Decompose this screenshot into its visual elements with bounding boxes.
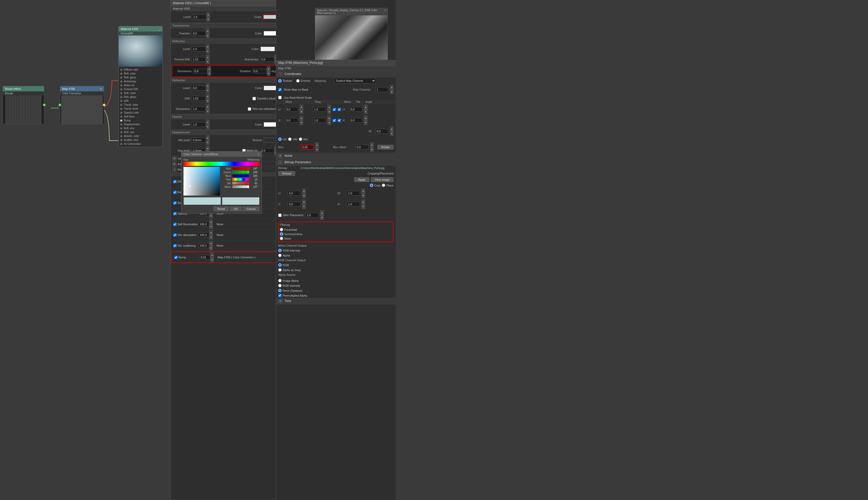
u-offset-input[interactable] — [285, 107, 298, 112]
connector-anisotropy[interactable]: Anisotropy — [119, 79, 162, 83]
wc-spin-down[interactable]: ▼ — [361, 193, 365, 198]
bump-spin-down[interactable]: ▼ — [210, 257, 214, 262]
vo-spin-up[interactable]: ▲ — [300, 116, 303, 120]
refr-level-input[interactable] — [192, 86, 206, 90]
u-tile-check[interactable] — [338, 108, 341, 111]
gloss-spin-down[interactable]: ▼ — [207, 71, 211, 76]
vt-spin-down[interactable]: ▼ — [327, 120, 331, 125]
none-opaque-label[interactable]: None (Opaque) — [278, 289, 302, 292]
refl-level-input[interactable] — [192, 47, 206, 51]
v-tiling-input[interactable] — [313, 118, 326, 123]
fresnel-spin-down[interactable]: ▼ — [206, 59, 209, 64]
crop-radio-label[interactable]: Crop — [370, 184, 381, 187]
refr-level-spin-down[interactable]: ▼ — [206, 88, 209, 93]
texture-radio-label[interactable]: Texture — [278, 79, 292, 82]
diffuse-color-swatch[interactable] — [263, 14, 277, 19]
jitter-check-label[interactable]: Jitter Placement: — [278, 214, 304, 217]
connector-mr-connection[interactable]: mr Connection — [119, 142, 162, 146]
op-spin-down[interactable]: ▼ — [209, 214, 213, 218]
noise-expand-btn[interactable]: + — [278, 154, 282, 158]
alpha-radio[interactable] — [278, 254, 282, 257]
map-self-illum-check[interactable] — [172, 223, 177, 226]
pyramidal-radio[interactable] — [280, 228, 283, 231]
time-expand-btn[interactable]: + — [278, 299, 282, 303]
caustics-check[interactable] — [253, 97, 256, 100]
connector-refr-env[interactable]: Refr. env. — [119, 130, 162, 134]
jp-spin-down[interactable]: ▼ — [320, 215, 324, 220]
map-bump-map[interactable]: Map #758 ( Color Correction ) — [218, 256, 277, 259]
map-self-illum-amount-input[interactable] — [198, 222, 209, 227]
texture-radio[interactable] — [278, 79, 282, 82]
map-vol-scatter-amount-input[interactable] — [198, 243, 209, 248]
thin-check[interactable] — [248, 107, 251, 111]
vt-spin-up[interactable]: ▲ — [327, 116, 331, 120]
use-real-world-label[interactable]: Use Real-World Scale — [278, 96, 312, 99]
show-map-label[interactable]: Show Map on Back — [278, 88, 309, 91]
blur-spin-down[interactable]: ▼ — [315, 147, 319, 152]
ior-spin-up[interactable]: ▲ — [206, 94, 209, 99]
vc-spin-down[interactable]: ▼ — [302, 204, 306, 209]
port-input[interactable] — [59, 104, 61, 106]
ior-input[interactable] — [192, 96, 206, 101]
rot-spin-down[interactable]: ▼ — [267, 71, 270, 76]
jitter-check[interactable] — [278, 214, 282, 217]
uc-spin-down[interactable]: ▼ — [302, 193, 306, 198]
blue-track[interactable] — [232, 174, 249, 177]
va-spin-down[interactable]: ▼ — [209, 235, 213, 240]
alpha-radio-label[interactable]: Alpha — [278, 254, 290, 257]
bo-spin-up[interactable]: ▲ — [370, 143, 374, 147]
rgb-radio[interactable] — [278, 263, 282, 267]
uo-spin-down[interactable]: ▼ — [300, 109, 303, 114]
map-vol-abs-amount-input[interactable] — [198, 232, 209, 237]
volumetric-expand-btn[interactable]: + — [172, 157, 176, 161]
crop-radio[interactable] — [370, 184, 373, 187]
rgb-intensity-radio-label[interactable]: RGB Intensity — [278, 249, 300, 252]
premultiplied-check[interactable] — [278, 294, 282, 297]
w-crop-input[interactable] — [347, 191, 360, 196]
vs-spin-up[interactable]: ▲ — [209, 241, 213, 246]
connector-displacement[interactable]: Displacement — [119, 122, 162, 126]
ut-spin-up[interactable]: ▲ — [327, 105, 331, 109]
v-mirror-check[interactable] — [333, 119, 336, 122]
wu-radio[interactable] — [299, 137, 302, 141]
vc-spin-up[interactable]: ▲ — [302, 200, 306, 204]
hc-spin-up[interactable]: ▲ — [361, 200, 365, 204]
wc-spin-up[interactable]: ▲ — [361, 189, 365, 193]
refl-color-swatch[interactable] — [261, 47, 275, 51]
op-level-spin-up[interactable]: ▲ — [206, 120, 209, 124]
blur-spin-up[interactable]: ▲ — [315, 143, 319, 147]
wu-radio-label[interactable]: WU — [299, 137, 308, 141]
show-map-check[interactable] — [278, 88, 282, 91]
connector-bump[interactable]: Bump — [119, 118, 162, 122]
summed-area-radio-label[interactable]: Summed Area — [280, 232, 392, 236]
connector-transl-color[interactable]: Transl. color — [119, 103, 162, 107]
fraction-spin-down[interactable]: ▼ — [206, 33, 209, 38]
min-spin-up[interactable]: ▲ — [206, 135, 209, 140]
vs-spin-down[interactable]: ▼ — [209, 246, 213, 250]
connector-transl-level[interactable]: Transl. level. — [119, 107, 162, 111]
refl-level-spin-down[interactable]: ▼ — [206, 49, 209, 54]
si-spin-up[interactable]: ▲ — [209, 219, 213, 224]
fresnel-spin-up[interactable]: ▲ — [206, 55, 209, 59]
map-bump-amount-input[interactable] — [199, 255, 210, 260]
connector-opacity-color[interactable]: Opacity color — [119, 111, 162, 115]
fresnel-input[interactable] — [192, 57, 206, 62]
sat-track[interactable] — [232, 182, 249, 185]
gloss-spin-up[interactable]: ▲ — [207, 66, 211, 71]
node-map758-plus[interactable]: + — [100, 87, 102, 90]
alpha-gray-radio[interactable] — [278, 268, 282, 272]
material-panel-scroll[interactable]: Level: ▲ ▼ Color: Translucency Fraction:… — [171, 11, 279, 498]
mc-spin-up[interactable]: ▲ — [390, 85, 394, 90]
place-radio-label[interactable]: Place — [382, 184, 394, 187]
premultiplied-label[interactable]: Premultiplied Alpha — [278, 294, 307, 297]
min-level-input[interactable] — [192, 138, 206, 143]
map-opacity-check[interactable] — [172, 212, 177, 215]
v-angle-input[interactable] — [349, 118, 362, 123]
connector-diffuse-color[interactable]: Diffuse color — [119, 68, 162, 72]
apply-btn[interactable]: Apply — [354, 177, 369, 182]
connector-scatter-color[interactable]: Scatter color — [119, 138, 162, 142]
view-image-btn[interactable]: View Image — [371, 177, 394, 182]
caustics-label-row[interactable]: Caustics (slow) — [251, 96, 278, 101]
refr-level-spin-up[interactable]: ▲ — [206, 83, 209, 88]
rotate-btn[interactable]: Rotate — [378, 145, 394, 149]
